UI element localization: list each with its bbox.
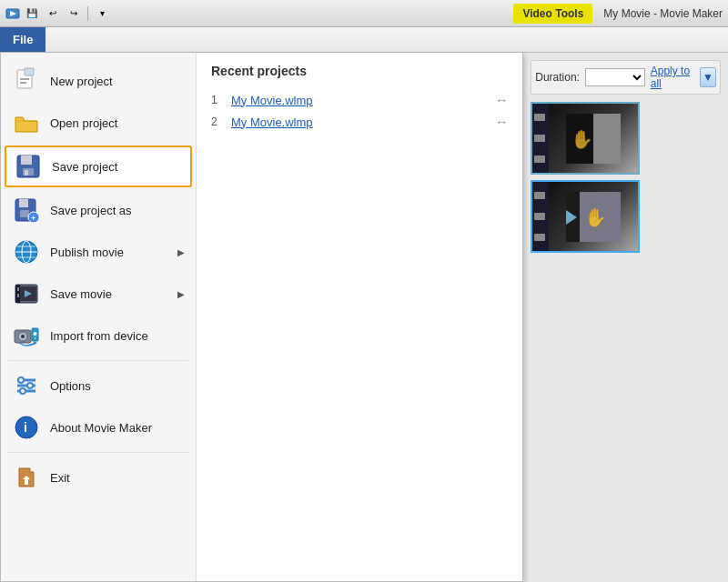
save-toolbar-button[interactable]: 💾 [23,5,41,23]
save-movie-arrow: ▶ [177,289,185,299]
save-project-label: Save project [52,160,117,174]
import-from-device-icon [12,321,41,350]
film-hole [534,135,545,142]
file-tab[interactable]: File [0,27,46,52]
right-controls: Duration: Apply to all ▼ [531,60,721,95]
film-hole [534,114,545,121]
svg-rect-7 [21,156,32,165]
menu-item-options[interactable]: Options [1,365,196,406]
svg-text:i: i [24,420,27,435]
save-movie-icon [12,279,41,308]
svg-rect-44 [593,114,621,164]
toolbar-left: 💾 ↩ ↪ ▾ [5,5,111,23]
exit-icon [12,463,41,492]
svg-rect-9 [25,170,28,176]
menu-item-about[interactable]: i About Movie Maker [1,406,196,448]
undo-toolbar-button[interactable]: ↩ [44,5,62,23]
recent-item-2[interactable]: 2 My Movie.wlmp ↔ [211,111,508,133]
options-icon [12,371,41,400]
down-arrow-button[interactable]: ▼ [700,67,716,87]
apply-all-button[interactable]: Apply to all [651,65,694,90]
video-thumbnails: ✋ ✋ [531,102,721,253]
menu-item-save-movie[interactable]: Save movie ▶ [1,273,196,315]
file-menu: New project Open project [0,53,523,582]
svg-marker-32 [34,341,37,345]
recent-projects-panel: Recent projects 1 My Movie.wlmp ↔ 2 My M… [197,53,522,581]
menu-item-save-project-as[interactable]: + Save project as [1,189,196,231]
menu-item-exit[interactable]: Exit [1,457,196,498]
right-panel: Duration: Apply to all ▼ ✋ [523,53,728,582]
svg-point-28 [21,335,25,338]
menu-item-new-project[interactable]: New project [1,60,196,102]
app-icon [5,6,20,21]
recent-num-1: 1 [211,94,224,106]
menu-item-save-project[interactable]: Save project [5,146,192,187]
svg-text:✋: ✋ [571,128,593,150]
svg-point-30 [34,332,37,336]
publish-movie-label: Publish movie [50,246,124,259]
title-bar: 💾 ↩ ↪ ▾ Video Tools My Movie - Movie Mak… [0,0,728,27]
about-label: About Movie Maker [50,421,152,435]
svg-rect-12 [20,210,29,217]
svg-rect-3 [25,68,34,75]
video-thumb-1[interactable]: ✋ [531,102,640,175]
duration-label: Duration: [535,71,580,84]
film-hole [534,192,545,199]
film-hole [534,156,545,163]
options-label: Options [50,379,91,393]
recent-name-1[interactable]: My Movie.wlmp [231,94,313,107]
filmstrip-1 [532,104,549,173]
save-project-icon [14,152,43,181]
recent-projects-title: Recent projects [211,64,508,78]
redo-toolbar-button[interactable]: ↪ [65,5,83,23]
open-project-icon [12,108,41,137]
svg-point-38 [20,388,25,394]
thumb-content-1: ✋ [549,104,638,173]
save-movie-label: Save movie [50,287,112,301]
svg-rect-11 [19,199,28,207]
open-project-label: Open project [50,116,117,130]
film-hole [534,234,545,241]
ribbon-area: File [0,27,728,53]
exit-label: Exit [50,471,70,485]
toolbar-separator [87,6,88,21]
svg-rect-42 [25,479,28,485]
menu-divider-1 [8,360,188,361]
recent-pin-1: ↔ [495,93,508,107]
new-project-icon [12,66,41,95]
thumb-content-2: ✋ [549,182,638,251]
menu-items-list: New project Open project [1,53,197,581]
new-project-label: New project [50,75,113,88]
about-icon: i [12,413,41,442]
main-layout: New project Open project [0,53,728,582]
recent-name-2[interactable]: My Movie.wlmp [231,115,313,129]
menu-item-open-project[interactable]: Open project [1,102,196,144]
publish-movie-icon [12,237,41,266]
window-title: My Movie - Movie Maker [603,7,723,20]
save-project-as-icon: + [12,196,41,225]
import-from-device-label: Import from device [50,329,148,343]
recent-item-1[interactable]: 1 My Movie.wlmp ↔ [211,89,508,111]
svg-rect-23 [17,294,19,297]
svg-text:✋: ✋ [584,206,607,228]
video-thumb-2[interactable]: ✋ [531,180,640,253]
menu-item-publish-movie[interactable]: Publish movie ▶ [1,231,196,273]
svg-point-37 [27,383,33,388]
video-tools-tab[interactable]: Video Tools [513,4,592,24]
svg-text:+: + [31,214,35,223]
menu-divider-2 [8,452,188,453]
recent-num-2: 2 [211,115,224,128]
film-hole [534,213,545,220]
publish-movie-arrow: ▶ [177,247,185,257]
dropdown-toolbar-button[interactable]: ▾ [93,5,111,23]
svg-rect-22 [17,287,19,291]
menu-item-import-from-device[interactable]: Import from device [1,315,196,356]
recent-pin-2: ↔ [495,115,508,129]
svg-point-36 [18,377,24,383]
filmstrip-2 [532,182,549,251]
duration-dropdown[interactable] [585,68,645,86]
save-project-as-label: Save project as [50,204,132,217]
